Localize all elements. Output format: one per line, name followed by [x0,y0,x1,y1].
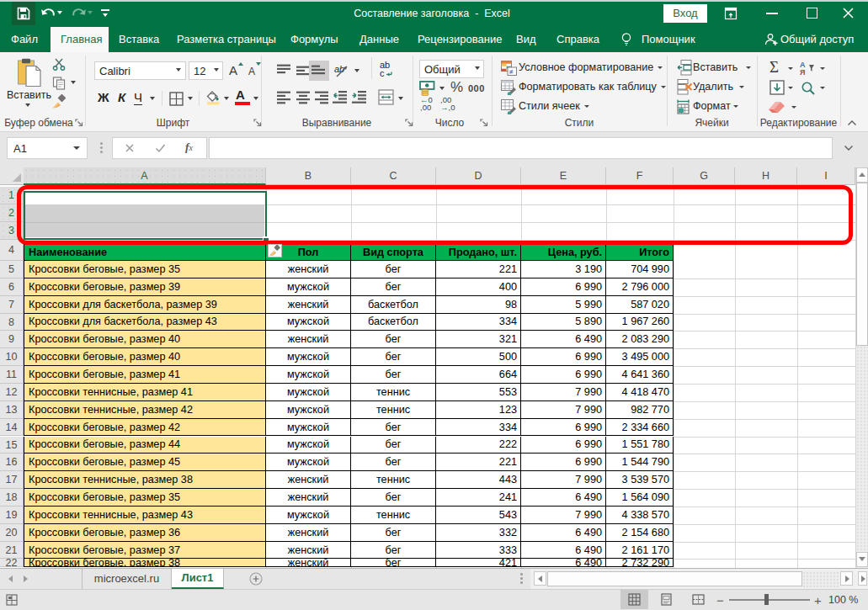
svg-text:c: c [380,68,385,78]
svg-text:ab: ab [334,64,344,74]
svg-text:≠: ≠ [509,67,514,76]
svg-text:Я: Я [800,68,805,76]
